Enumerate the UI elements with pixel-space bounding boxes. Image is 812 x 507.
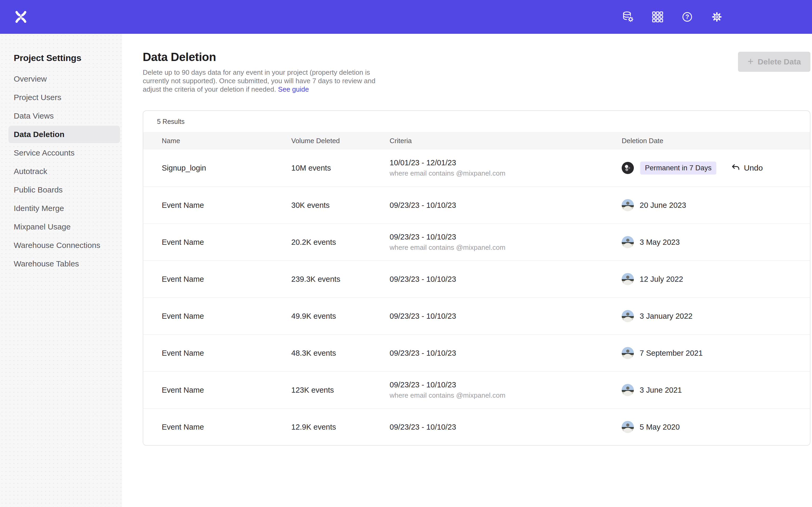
- deletion-date: 7 September 2021: [640, 349, 703, 357]
- sidebar-item-public-boards[interactable]: Public Boards: [8, 181, 120, 199]
- table-row: Event Name12.9K events09/23/23 - 10/10/2…: [143, 408, 810, 445]
- column-header-name: Name: [162, 137, 291, 145]
- criteria-date-range: 09/23/23 - 10/10/23: [390, 312, 622, 321]
- sidebar-item-overview[interactable]: Overview: [8, 70, 120, 88]
- user-photo-avatar: [622, 199, 634, 211]
- user-photo-avatar: [622, 273, 634, 285]
- criteria-cell: 09/23/23 - 10/10/23: [390, 201, 622, 210]
- sidebar-item-label: Autotrack: [14, 167, 47, 176]
- description-text: Delete up to 90 days data for any event …: [143, 68, 375, 93]
- name-cell: Event Name: [162, 312, 291, 321]
- table-header: Name Volume Deleted Criteria Deletion Da…: [143, 132, 810, 150]
- sidebar-item-label: Warehouse Tables: [14, 259, 79, 268]
- sidebar-item-label: Overview: [14, 74, 47, 83]
- sidebar-item-label: Public Boards: [14, 185, 63, 194]
- results-count: 5 Results: [143, 111, 810, 132]
- page-head: Data Deletion Delete up to 90 days data …: [143, 50, 810, 94]
- plus-icon: +: [748, 56, 753, 66]
- undo-icon: [731, 163, 740, 172]
- deletion-date: 20 June 2023: [640, 201, 686, 210]
- page-description: Delete up to 90 days data for any event …: [143, 68, 386, 94]
- sidebar-item-label: Project Users: [14, 93, 61, 102]
- criteria-cell: 09/23/23 - 10/10/23where email contains …: [390, 233, 622, 251]
- see-guide-link[interactable]: See guide: [278, 85, 309, 93]
- name-cell: Event Name: [162, 386, 291, 395]
- mixpanel-logo[interactable]: [15, 11, 28, 23]
- sidebar-item-data-deletion[interactable]: Data Deletion: [8, 126, 120, 143]
- sidebar-item-project-users[interactable]: Project Users: [8, 89, 120, 106]
- criteria-date-range: 09/23/23 - 10/10/23: [390, 233, 622, 241]
- illustration-avatar: [622, 162, 634, 174]
- deletion-date: 3 May 2023: [640, 238, 680, 247]
- table-body: Signup_login10M events10/01/23 - 12/01/2…: [143, 150, 810, 445]
- criteria-date-range: 09/23/23 - 10/10/23: [390, 423, 622, 432]
- main-content: Data Deletion Delete up to 90 days data …: [122, 34, 812, 507]
- delete-data-label: Delete Data: [758, 57, 801, 66]
- table-row: Event Name49.9K events09/23/23 - 10/10/2…: [143, 297, 810, 334]
- name-cell: Signup_login: [162, 164, 291, 172]
- criteria-date-range: 10/01/23 - 12/01/23: [390, 158, 622, 167]
- criteria-cell: 09/23/23 - 10/10/23where email contains …: [390, 381, 622, 399]
- name-cell: Event Name: [162, 349, 291, 357]
- sidebar-item-label: Data Deletion: [14, 130, 64, 139]
- deletion-date: 3 January 2022: [640, 312, 693, 321]
- topbar: ?: [0, 0, 812, 34]
- criteria-date-range: 09/23/23 - 10/10/23: [390, 349, 622, 357]
- deletion-date-cell: 20 June 2023: [622, 199, 810, 211]
- help-icon[interactable]: ?: [681, 11, 694, 23]
- user-photo-avatar: [622, 347, 634, 359]
- delete-data-button[interactable]: + Delete Data: [738, 52, 810, 72]
- name-cell: Event Name: [162, 238, 291, 247]
- criteria-date-range: 09/23/23 - 10/10/23: [390, 201, 622, 210]
- sidebar-item-label: Service Accounts: [14, 149, 74, 157]
- criteria-filter: where email contains @mixpanel.com: [390, 391, 622, 399]
- sidebar-item-data-views[interactable]: Data Views: [8, 107, 120, 125]
- criteria-filter: where email contains @mixpanel.com: [390, 169, 622, 177]
- deletion-table-card: 5 Results Name Volume Deleted Criteria D…: [143, 110, 810, 446]
- sidebar-item-label: Warehouse Connections: [14, 241, 100, 250]
- table-row: Event Name20.2K events09/23/23 - 10/10/2…: [143, 223, 810, 260]
- criteria-date-range: 09/23/23 - 10/10/23: [390, 275, 622, 284]
- volume-cell: 48.3K events: [291, 349, 390, 357]
- undo-label: Undo: [744, 163, 763, 172]
- sidebar-item-label: Mixpanel Usage: [14, 222, 70, 231]
- deletion-date-cell: 3 May 2023: [622, 236, 810, 248]
- sidebar-item-warehouse-tables[interactable]: Warehouse Tables: [8, 255, 120, 273]
- sidebar-item-service-accounts[interactable]: Service Accounts: [8, 144, 120, 162]
- deletion-date: 3 June 2021: [640, 386, 682, 395]
- name-cell: Event Name: [162, 201, 291, 210]
- deletion-date-cell: 3 June 2021: [622, 384, 810, 396]
- user-photo-avatar: [622, 421, 634, 433]
- deletion-date-cell: 7 September 2021: [622, 347, 810, 359]
- name-cell: Event Name: [162, 275, 291, 284]
- table-row: Event Name239.3K events09/23/23 - 10/10/…: [143, 260, 810, 297]
- table-row: Signup_login10M events10/01/23 - 12/01/2…: [143, 150, 810, 186]
- sidebar-item-warehouse-connections[interactable]: Warehouse Connections: [8, 237, 120, 254]
- deletion-date: 12 July 2022: [640, 275, 683, 284]
- criteria-date-range: 09/23/23 - 10/10/23: [390, 381, 622, 389]
- undo-button[interactable]: Undo: [731, 163, 763, 172]
- volume-cell: 239.3K events: [291, 275, 390, 284]
- user-photo-avatar: [622, 384, 634, 396]
- topbar-icons: ?: [622, 11, 723, 23]
- sidebar-item-autotrack[interactable]: Autotrack: [8, 163, 120, 180]
- criteria-cell: 09/23/23 - 10/10/23: [390, 423, 622, 432]
- apps-grid-icon[interactable]: [651, 11, 664, 23]
- svg-text:?: ?: [686, 13, 689, 20]
- sidebar-item-label: Identity Merge: [14, 204, 64, 213]
- volume-cell: 123K events: [291, 386, 390, 395]
- user-photo-avatar: [622, 236, 634, 248]
- deletion-date-cell: 5 May 2020: [622, 421, 810, 433]
- settings-gear-icon[interactable]: [711, 11, 723, 23]
- criteria-cell: 09/23/23 - 10/10/23: [390, 312, 622, 321]
- sidebar-item-identity-merge[interactable]: Identity Merge: [8, 200, 120, 217]
- volume-cell: 30K events: [291, 201, 390, 210]
- column-header-deletion-date: Deletion Date: [622, 137, 810, 145]
- sidebar-item-label: Data Views: [14, 111, 54, 120]
- table-row: Event Name48.3K events09/23/23 - 10/10/2…: [143, 334, 810, 371]
- deletion-date-cell: 12 July 2022: [622, 273, 810, 285]
- page-title: Data Deletion: [143, 50, 386, 64]
- data-management-icon[interactable]: [622, 11, 635, 23]
- sidebar-item-mixpanel-usage[interactable]: Mixpanel Usage: [8, 218, 120, 235]
- deletion-date: 5 May 2020: [640, 423, 680, 432]
